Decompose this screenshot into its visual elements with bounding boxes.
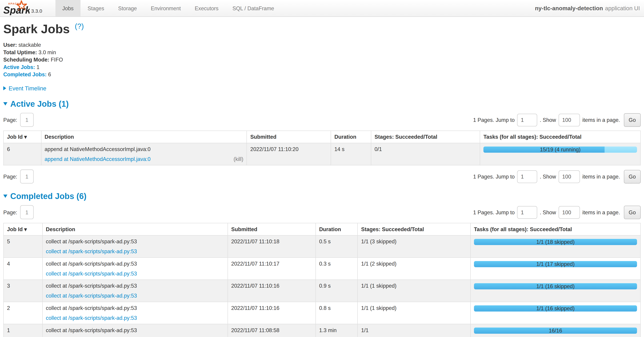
pages-jump-label: 1 Pages. Jump to: [473, 117, 514, 123]
page-number-input[interactable]: [20, 113, 34, 127]
active-jobs-header-row: Job Id ▾ Description Submitted Duration …: [4, 130, 640, 143]
tab-executors[interactable]: Executors: [188, 0, 226, 16]
progress-label: 1/1 (18 skipped): [474, 239, 637, 245]
completed-jobs-link[interactable]: Completed Jobs:: [3, 71, 46, 77]
items-per-page-input[interactable]: [558, 113, 580, 126]
job-stages-cell: 1/1 (3 skipped): [358, 235, 470, 257]
items-per-page-input[interactable]: [558, 170, 580, 183]
active-jobs-pagination-top: Page: 1 Pages. Jump to . Show items in a…: [3, 113, 641, 127]
completed-jobs-section-title: Completed Jobs (6): [10, 192, 86, 201]
expanded-arrow-icon: [3, 195, 8, 198]
completed-job-row: 2 collect at /spark-scripts/spark-ad.py:…: [4, 302, 640, 324]
job-duration-cell: 0.3 s: [316, 257, 358, 280]
logo-spark-text: Spark: [3, 5, 30, 15]
job-description-cell: append at NativeMethodAccessorImpl.java:…: [41, 143, 247, 165]
navbar: APACHE Spark 3.3.0 Jobs Stages Storage E…: [0, 0, 644, 17]
items-in-page-label: items in a page.: [582, 209, 620, 215]
summary-scheduling-mode-value: FIFO: [51, 56, 63, 62]
spark-logo: APACHE Spark 3.3.0: [0, 0, 46, 16]
spark-version: 3.3.0: [31, 8, 42, 14]
active-jobs-pagination-bottom: Page: 1 Pages. Jump to . Show items in a…: [3, 169, 641, 184]
application-ui-suffix: application UI: [605, 5, 640, 11]
event-timeline-toggle[interactable]: Event Timeline: [3, 85, 641, 91]
tab-storage[interactable]: Storage: [111, 0, 144, 16]
job-description-link[interactable]: collect at /spark-scripts/spark-ad.py:53: [46, 293, 137, 299]
pagination-controls: 1 Pages. Jump to . Show items in a page.…: [470, 205, 641, 219]
job-description-cell: collect at /spark-scripts/spark-ad.py:53…: [42, 235, 228, 257]
event-timeline-label: Event Timeline: [9, 85, 46, 91]
go-button[interactable]: Go: [624, 205, 641, 219]
header-duration[interactable]: Duration: [331, 130, 371, 143]
job-description-text: collect at /spark-scripts/spark-ad.py:53: [46, 283, 224, 289]
job-description-text: append at NativeMethodAccessorImpl.java:…: [44, 146, 243, 152]
items-per-page-input[interactable]: [558, 206, 580, 219]
job-description-text: collect at /spark-scripts/spark-ad.py:53: [46, 238, 224, 244]
tasks-progress-bar: 15/19 (4 running): [484, 146, 637, 152]
header-job-id[interactable]: Job Id ▾: [4, 130, 41, 143]
summary-scheduling-mode: Scheduling Mode: FIFO: [3, 57, 641, 62]
header-job-id[interactable]: Job Id ▾: [4, 223, 42, 235]
summary-completed-jobs: Completed Jobs: 6: [3, 72, 641, 77]
job-submitted-cell: 2022/11/07 11:10:16: [228, 280, 316, 302]
active-jobs-section-header[interactable]: Active Jobs (1): [3, 99, 641, 108]
job-description-text: collect at /spark-scripts/spark-ad.py:53: [46, 327, 224, 333]
job-tasks-cell: 15/19 (4 running): [480, 143, 640, 165]
job-description-link[interactable]: collect at /spark-scripts/spark-ad.py:53: [46, 315, 137, 321]
header-submitted[interactable]: Submitted: [247, 130, 331, 143]
summary-user-value: stackable: [18, 42, 41, 48]
kill-job-link[interactable]: (kill): [234, 156, 243, 162]
job-description-text: collect at /spark-scripts/spark-ad.py:53: [46, 305, 224, 311]
completed-jobs-section-header[interactable]: Completed Jobs (6): [3, 192, 641, 201]
application-name: ny-tlc-anomaly-detection: [535, 5, 603, 11]
job-duration-cell: 0.9 s: [316, 280, 358, 302]
jump-to-page-input[interactable]: [517, 206, 538, 219]
page-label: Page:: [3, 209, 17, 215]
job-submitted-cell: 2022/11/07 11:10:20: [247, 143, 331, 165]
expanded-arrow-icon: [3, 102, 8, 105]
job-description-link[interactable]: append at NativeMethodAccessorImpl.java:…: [44, 156, 150, 162]
header-duration[interactable]: Duration: [316, 223, 358, 235]
header-tasks[interactable]: Tasks (for all stages): Succeeded/Total: [470, 223, 640, 235]
job-tasks-cell: 1/1 (18 skipped): [470, 235, 640, 257]
go-button[interactable]: Go: [624, 170, 641, 183]
completed-job-row: 1 collect at /spark-scripts/spark-ad.py:…: [4, 324, 640, 337]
job-description-link[interactable]: collect at /spark-scripts/spark-ad.py:53: [46, 270, 137, 276]
completed-jobs-table: Job Id ▾ Description Submitted Duration …: [3, 223, 641, 337]
tasks-progress-bar: 16/16: [474, 327, 637, 333]
tab-sql-dataframe[interactable]: SQL / DataFrame: [226, 0, 281, 16]
header-stages[interactable]: Stages: Succeeded/Total: [358, 223, 470, 235]
active-jobs-link[interactable]: Active Jobs:: [3, 64, 35, 70]
summary-uptime: Total Uptime: 3.0 min: [3, 49, 641, 55]
jump-to-page-input[interactable]: [517, 170, 538, 183]
job-duration-cell: 0.8 s: [316, 302, 358, 324]
summary-active-jobs-value: 1: [36, 64, 40, 70]
job-description-link[interactable]: collect at /spark-scripts/spark-ad.py:53: [46, 248, 137, 254]
page-title-text: Spark Jobs: [3, 22, 70, 36]
header-submitted[interactable]: Submitted: [228, 223, 316, 235]
header-description[interactable]: Description: [42, 223, 228, 235]
header-stages[interactable]: Stages: Succeeded/Total: [371, 130, 480, 143]
page-number-input[interactable]: [20, 169, 34, 183]
header-description[interactable]: Description: [41, 130, 247, 143]
job-id-cell: 2: [4, 302, 42, 324]
job-duration-cell: 14 s: [331, 143, 371, 165]
help-link[interactable]: (?): [75, 22, 84, 30]
page-title: Spark Jobs (?): [3, 22, 641, 36]
collapsed-arrow-icon: [3, 86, 6, 90]
go-button[interactable]: Go: [624, 113, 641, 127]
job-description-cell: collect at /spark-scripts/spark-ad.py:53…: [42, 324, 228, 337]
job-duration-cell: 0.5 s: [316, 235, 358, 257]
tab-stages[interactable]: Stages: [80, 0, 111, 16]
completed-job-row: 4 collect at /spark-scripts/spark-ad.py:…: [4, 257, 640, 280]
tab-jobs[interactable]: Jobs: [55, 0, 80, 16]
progress-label: 1/1 (16 skipped): [474, 283, 637, 289]
jump-to-page-input[interactable]: [517, 113, 538, 126]
job-submitted-cell: 2022/11/07 11:10:17: [228, 257, 316, 280]
tab-environment[interactable]: Environment: [144, 0, 188, 16]
header-tasks[interactable]: Tasks (for all stages): Succeeded/Total: [480, 130, 640, 143]
job-tasks-cell: 16/16: [470, 324, 640, 337]
pages-jump-label: 1 Pages. Jump to: [473, 209, 514, 215]
page-number-input[interactable]: [20, 205, 34, 219]
summary-active-jobs: Active Jobs: 1: [3, 64, 641, 70]
nav-tabs: Jobs Stages Storage Environment Executor…: [55, 0, 281, 16]
